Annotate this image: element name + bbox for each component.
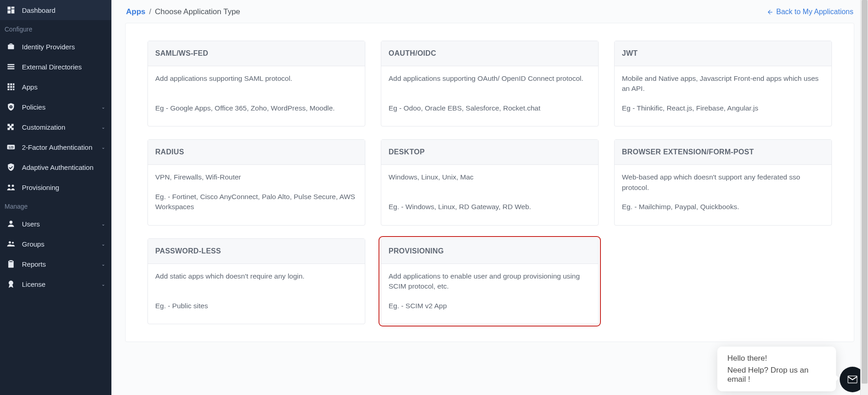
scrollbar[interactable]: [860, 0, 868, 395]
sidebar-item-label: Dashboard: [22, 6, 55, 14]
svg-point-7: [9, 281, 13, 285]
card-body: Web-based app which doesn't support any …: [615, 165, 831, 225]
sidebar-item-label: Customization: [22, 123, 65, 131]
card-body: Windows, Linux, Unix, MacEg. - Windows, …: [381, 165, 598, 225]
card-example: Eg. - Fortinet, Cisco AnyConnect, Palo A…: [155, 192, 358, 212]
app-type-card[interactable]: SAML/WS-FEDAdd applications supporting S…: [147, 41, 365, 126]
sidebar-item-label: Users: [22, 220, 40, 228]
card-description: Add applications to enable user and grou…: [389, 271, 591, 292]
card-title: SAML/WS-FED: [148, 41, 365, 66]
card-title: RADIUS: [148, 140, 365, 165]
card-description: Add applications supporting SAML protoco…: [155, 74, 358, 84]
app-type-card[interactable]: RADIUSVPN, Firewalls, Wifi-RouterEg. - F…: [147, 139, 365, 225]
back-to-apps-link[interactable]: Back to My Applications: [767, 8, 853, 16]
app-type-card[interactable]: JWTMobile and Native apps, Javascript Fr…: [614, 41, 832, 126]
dashboard-icon: [6, 5, 16, 15]
content-panel: SAML/WS-FEDAdd applications supporting S…: [125, 23, 854, 342]
main-panel: Apps / Choose Application Type Back to M…: [111, 0, 868, 395]
list-icon: [6, 62, 16, 71]
app-type-card[interactable]: PROVISIONINGAdd applications to enable u…: [381, 238, 599, 324]
sidebar-item-customization[interactable]: Customization ⌄: [0, 117, 111, 137]
sidebar-item-label: Policies: [22, 103, 46, 111]
sidebar-item-dashboard[interactable]: Dashboard: [0, 0, 111, 20]
chat-line1: Hello there!: [727, 354, 826, 363]
svg-point-5: [9, 241, 11, 243]
chevron-down-icon: ⌄: [101, 282, 105, 287]
sidebar-section-configure: Configure: [0, 20, 111, 37]
sidebar-item-adaptive-auth[interactable]: Adaptive Authentication: [0, 157, 111, 177]
sidebar-item-users[interactable]: Users ⌄: [0, 214, 111, 234]
card-description: Add applications supporting OAuth/ OpenI…: [389, 74, 591, 84]
sidebar-item-license[interactable]: License ⌄: [0, 274, 111, 294]
sidebar-item-external-directories[interactable]: External Directories: [0, 57, 111, 77]
app-type-card[interactable]: PASSWORD-LESSAdd static apps which doesn…: [147, 238, 365, 324]
sidebar-item-label: Reports: [22, 260, 46, 268]
card-description: Mobile and Native apps, Javascript Front…: [622, 74, 824, 94]
breadcrumb-sep: /: [149, 7, 152, 16]
breadcrumb-root[interactable]: Apps: [126, 7, 146, 16]
clipboard-icon: [6, 259, 16, 269]
back-link-label: Back to My Applications: [776, 8, 853, 16]
group-icon: [6, 239, 16, 248]
scrollbar-thumb[interactable]: [862, 0, 868, 384]
sidebar-item-2fa[interactable]: 123 2-Factor Authentication ⌄: [0, 137, 111, 157]
card-body: Add static apps which doesn't require an…: [148, 264, 365, 324]
sidebar-item-label: Provisioning: [22, 184, 59, 191]
card-title: PASSWORD-LESS: [148, 239, 365, 264]
app-type-card[interactable]: OAUTH/OIDCAdd applications supporting OA…: [381, 41, 599, 126]
card-title: JWT: [615, 41, 831, 66]
grid-icon: [6, 82, 16, 91]
sidebar-section-manage: Manage: [0, 197, 111, 214]
card-title: BROWSER EXTENSION/FORM-POST: [615, 140, 831, 165]
arrow-left-icon: [767, 9, 773, 16]
card-title: OAUTH/OIDC: [381, 41, 598, 66]
svg-point-6: [12, 242, 14, 243]
sidebar-item-policies[interactable]: Policies ⌄: [0, 97, 111, 117]
card-body: VPN, Firewalls, Wifi-RouterEg. - Fortine…: [148, 165, 365, 225]
card-example: Eg. - Public sites: [155, 301, 358, 311]
sidebar-item-label: Adaptive Authentication: [22, 163, 94, 171]
card-description: VPN, Firewalls, Wifi-Router: [155, 172, 358, 182]
card-body: Add applications to enable user and grou…: [381, 264, 598, 324]
chevron-down-icon: ⌄: [101, 262, 105, 267]
card-example: Eg. - Mailchimp, Paypal, Quickbooks.: [622, 202, 824, 212]
breadcrumb: Apps / Choose Application Type: [126, 7, 240, 16]
svg-point-3: [12, 184, 14, 187]
card-title: DESKTOP: [381, 140, 598, 165]
card-title: PROVISIONING: [381, 239, 598, 264]
chevron-down-icon: ⌄: [101, 242, 105, 247]
card-body: Mobile and Native apps, Javascript Front…: [615, 66, 831, 126]
award-icon: [6, 279, 16, 289]
sidebar-item-identity-providers[interactable]: Identity Providers: [0, 37, 111, 57]
card-example: Eg - Odoo, Oracle EBS, Salesforce, Rocke…: [389, 103, 591, 113]
user-icon: [6, 219, 16, 228]
sidebar-item-label: License: [22, 280, 46, 288]
chevron-down-icon: ⌄: [101, 221, 105, 226]
shield-check-icon: [6, 163, 16, 172]
breadcrumb-current: Choose Application Type: [155, 7, 240, 16]
puzzle-icon: [6, 122, 16, 132]
card-body: Add applications supporting OAuth/ OpenI…: [381, 66, 598, 126]
chevron-down-icon: ⌄: [101, 145, 105, 150]
sidebar-item-reports[interactable]: Reports ⌄: [0, 254, 111, 274]
sidebar-item-apps[interactable]: Apps: [0, 77, 111, 97]
mail-icon: [846, 373, 859, 386]
chat-tooltip: Hello there! Need Help? Drop us an email…: [717, 347, 836, 391]
app-type-card[interactable]: DESKTOPWindows, Linux, Unix, MacEg. - Wi…: [381, 139, 599, 225]
123-icon: 123: [6, 142, 16, 152]
card-example: Eg - Google Apps, Office 365, Zoho, Word…: [155, 103, 358, 113]
briefcase-icon: [6, 42, 16, 51]
sidebar-item-label: Identity Providers: [22, 43, 75, 51]
card-example: Eg - Thinkific, React.js, Firebase, Angu…: [622, 103, 824, 113]
app-type-card[interactable]: BROWSER EXTENSION/FORM-POSTWeb-based app…: [614, 139, 832, 225]
people-arrows-icon: [6, 183, 16, 192]
card-example: Eg. - Windows, Linux, RD Gateway, RD Web…: [389, 202, 591, 212]
sidebar-item-provisioning[interactable]: Provisioning: [0, 177, 111, 197]
chat-line2: Need Help? Drop us an email !: [727, 366, 826, 384]
sidebar-item-groups[interactable]: Groups ⌄: [0, 234, 111, 254]
card-description: Add static apps which doesn't require an…: [155, 271, 358, 281]
card-description: Web-based app which doesn't support any …: [622, 172, 824, 193]
card-description: Windows, Linux, Unix, Mac: [389, 172, 591, 182]
shield-cog-icon: [6, 102, 16, 111]
app-type-grid: SAML/WS-FEDAdd applications supporting S…: [147, 41, 832, 324]
